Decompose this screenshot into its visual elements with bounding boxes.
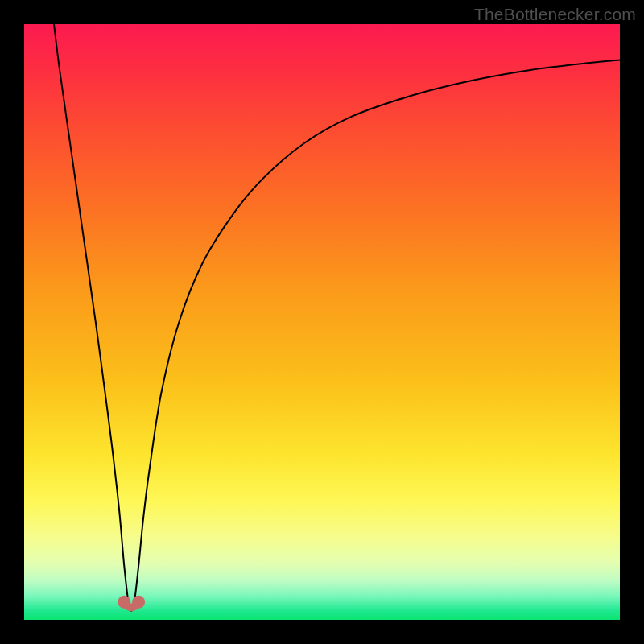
- bottleneck-curve: [54, 24, 620, 611]
- plot-area: [24, 24, 620, 620]
- chart-frame: TheBottlenecker.com: [0, 0, 644, 644]
- notch-marker: [132, 596, 145, 609]
- watermark-text: TheBottlenecker.com: [474, 5, 636, 24]
- notch-marker: [118, 596, 130, 609]
- curve-layer: [24, 24, 620, 620]
